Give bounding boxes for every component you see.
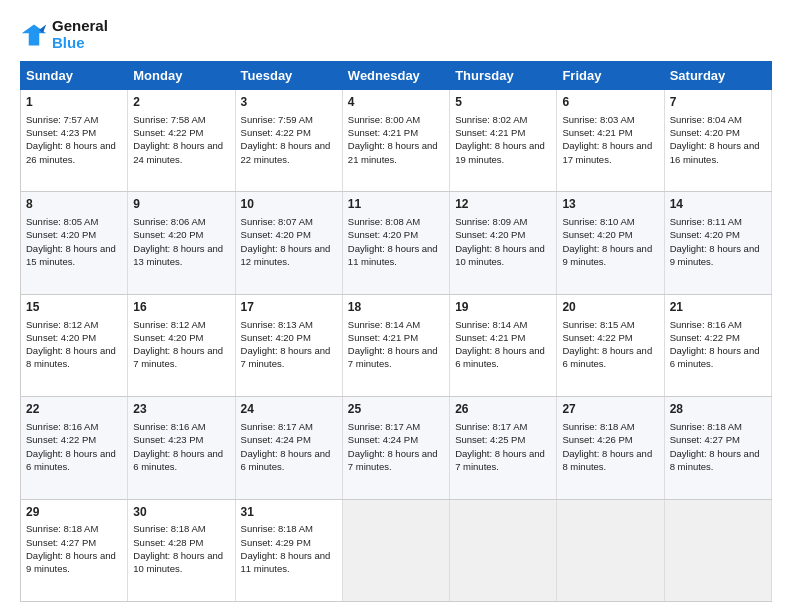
day-number: 23 [133,401,229,418]
sunrise-text: Sunrise: 8:17 AM [348,421,420,432]
calendar-cell [342,499,449,601]
daylight-text: Daylight: 8 hours and 21 minutes. [348,140,438,164]
sunset-text: Sunset: 4:22 PM [133,127,203,138]
daylight-text: Daylight: 8 hours and 7 minutes. [348,345,438,369]
calendar-cell: 23Sunrise: 8:16 AMSunset: 4:23 PMDayligh… [128,397,235,499]
day-number: 6 [562,94,658,111]
sunset-text: Sunset: 4:20 PM [241,229,311,240]
day-number: 16 [133,299,229,316]
day-number: 17 [241,299,337,316]
daylight-text: Daylight: 8 hours and 13 minutes. [133,243,223,267]
sunrise-text: Sunrise: 8:18 AM [26,523,98,534]
calendar-cell: 19Sunrise: 8:14 AMSunset: 4:21 PMDayligh… [450,294,557,396]
sunset-text: Sunset: 4:22 PM [670,332,740,343]
calendar-cell: 27Sunrise: 8:18 AMSunset: 4:26 PMDayligh… [557,397,664,499]
weekday-header-saturday: Saturday [664,62,771,90]
sunset-text: Sunset: 4:21 PM [455,127,525,138]
calendar-cell [664,499,771,601]
daylight-text: Daylight: 8 hours and 7 minutes. [348,448,438,472]
day-number: 22 [26,401,122,418]
calendar-cell: 5Sunrise: 8:02 AMSunset: 4:21 PMDaylight… [450,90,557,192]
calendar-cell: 13Sunrise: 8:10 AMSunset: 4:20 PMDayligh… [557,192,664,294]
sunrise-text: Sunrise: 8:14 AM [455,319,527,330]
calendar-cell: 2Sunrise: 7:58 AMSunset: 4:22 PMDaylight… [128,90,235,192]
weekday-header-sunday: Sunday [21,62,128,90]
day-number: 26 [455,401,551,418]
sunrise-text: Sunrise: 8:17 AM [241,421,313,432]
calendar-cell: 1Sunrise: 7:57 AMSunset: 4:23 PMDaylight… [21,90,128,192]
daylight-text: Daylight: 8 hours and 22 minutes. [241,140,331,164]
day-number: 31 [241,504,337,521]
calendar-week-row: 1Sunrise: 7:57 AMSunset: 4:23 PMDaylight… [21,90,772,192]
daylight-text: Daylight: 8 hours and 10 minutes. [455,243,545,267]
sunset-text: Sunset: 4:25 PM [455,434,525,445]
sunrise-text: Sunrise: 8:18 AM [562,421,634,432]
sunset-text: Sunset: 4:23 PM [133,434,203,445]
day-number: 7 [670,94,766,111]
day-number: 27 [562,401,658,418]
day-number: 14 [670,196,766,213]
sunrise-text: Sunrise: 8:14 AM [348,319,420,330]
daylight-text: Daylight: 8 hours and 6 minutes. [455,345,545,369]
sunset-text: Sunset: 4:20 PM [562,229,632,240]
sunrise-text: Sunrise: 8:12 AM [26,319,98,330]
sunrise-text: Sunrise: 8:00 AM [348,114,420,125]
sunrise-text: Sunrise: 8:05 AM [26,216,98,227]
sunrise-text: Sunrise: 7:57 AM [26,114,98,125]
sunrise-text: Sunrise: 8:17 AM [455,421,527,432]
daylight-text: Daylight: 8 hours and 6 minutes. [241,448,331,472]
calendar-cell: 12Sunrise: 8:09 AMSunset: 4:20 PMDayligh… [450,192,557,294]
daylight-text: Daylight: 8 hours and 26 minutes. [26,140,116,164]
weekday-header-friday: Friday [557,62,664,90]
sunset-text: Sunset: 4:20 PM [670,229,740,240]
sunset-text: Sunset: 4:27 PM [26,537,96,548]
calendar-cell: 22Sunrise: 8:16 AMSunset: 4:22 PMDayligh… [21,397,128,499]
calendar-cell: 30Sunrise: 8:18 AMSunset: 4:28 PMDayligh… [128,499,235,601]
sunrise-text: Sunrise: 8:02 AM [455,114,527,125]
sunrise-text: Sunrise: 8:04 AM [670,114,742,125]
sunset-text: Sunset: 4:21 PM [348,332,418,343]
day-number: 3 [241,94,337,111]
daylight-text: Daylight: 8 hours and 17 minutes. [562,140,652,164]
calendar-cell [557,499,664,601]
daylight-text: Daylight: 8 hours and 12 minutes. [241,243,331,267]
day-number: 8 [26,196,122,213]
calendar-cell: 26Sunrise: 8:17 AMSunset: 4:25 PMDayligh… [450,397,557,499]
day-number: 4 [348,94,444,111]
sunset-text: Sunset: 4:23 PM [26,127,96,138]
day-number: 28 [670,401,766,418]
daylight-text: Daylight: 8 hours and 7 minutes. [241,345,331,369]
calendar-cell: 6Sunrise: 8:03 AMSunset: 4:21 PMDaylight… [557,90,664,192]
daylight-text: Daylight: 8 hours and 24 minutes. [133,140,223,164]
sunset-text: Sunset: 4:20 PM [26,332,96,343]
logo-text: General Blue [52,18,108,51]
sunset-text: Sunset: 4:26 PM [562,434,632,445]
calendar-cell: 15Sunrise: 8:12 AMSunset: 4:20 PMDayligh… [21,294,128,396]
sunrise-text: Sunrise: 8:12 AM [133,319,205,330]
day-number: 30 [133,504,229,521]
day-number: 25 [348,401,444,418]
sunset-text: Sunset: 4:21 PM [348,127,418,138]
daylight-text: Daylight: 8 hours and 11 minutes. [241,550,331,574]
day-number: 5 [455,94,551,111]
day-number: 21 [670,299,766,316]
weekday-header-thursday: Thursday [450,62,557,90]
day-number: 18 [348,299,444,316]
calendar-table: SundayMondayTuesdayWednesdayThursdayFrid… [20,61,772,602]
sunset-text: Sunset: 4:20 PM [26,229,96,240]
day-number: 29 [26,504,122,521]
sunset-text: Sunset: 4:24 PM [241,434,311,445]
sunset-text: Sunset: 4:24 PM [348,434,418,445]
sunrise-text: Sunrise: 8:10 AM [562,216,634,227]
daylight-text: Daylight: 8 hours and 9 minutes. [670,243,760,267]
calendar-cell: 8Sunrise: 8:05 AMSunset: 4:20 PMDaylight… [21,192,128,294]
day-number: 12 [455,196,551,213]
sunrise-text: Sunrise: 8:16 AM [26,421,98,432]
logo-icon [20,21,48,49]
daylight-text: Daylight: 8 hours and 15 minutes. [26,243,116,267]
daylight-text: Daylight: 8 hours and 11 minutes. [348,243,438,267]
day-number: 9 [133,196,229,213]
calendar-cell: 21Sunrise: 8:16 AMSunset: 4:22 PMDayligh… [664,294,771,396]
daylight-text: Daylight: 8 hours and 6 minutes. [26,448,116,472]
daylight-text: Daylight: 8 hours and 9 minutes. [26,550,116,574]
